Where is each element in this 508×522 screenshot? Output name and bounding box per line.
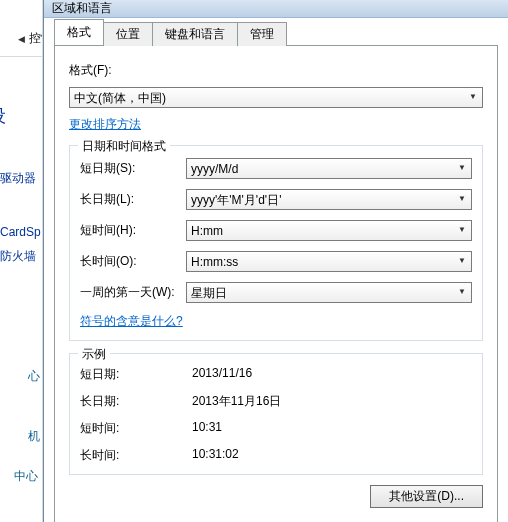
- format-label: 格式(F):: [69, 62, 483, 79]
- ex-long-date-label: 长日期:: [80, 393, 192, 410]
- dialog-title: 区域和语言: [44, 0, 508, 18]
- ex-long-date-value: 2013年11月16日: [192, 393, 472, 410]
- ex-short-time-value: 10:31: [192, 420, 472, 437]
- tab-panel-format: 格式(F): 中文(简体，中国) 更改排序方法 日期和时间格式 短日期(S): …: [54, 46, 498, 522]
- ex-short-date-label: 短日期:: [80, 366, 192, 383]
- region-language-dialog: 区域和语言 格式 位置 键盘和语言 管理 格式(F): 中文(简体，中国) 更改…: [43, 0, 508, 522]
- ex-long-time-label: 长时间:: [80, 447, 192, 464]
- group-example: 示例 短日期: 2013/11/16 长日期: 2013年11月16日 短时间:…: [69, 353, 483, 475]
- short-time-label: 短时间(H):: [80, 222, 186, 239]
- sidebar-link-firewall[interactable]: 防火墙: [0, 248, 36, 265]
- change-sort-link[interactable]: 更改排序方法: [69, 117, 141, 131]
- tab-admin[interactable]: 管理: [237, 22, 287, 46]
- long-date-label: 长日期(L):: [80, 191, 186, 208]
- breadcrumb[interactable]: 控制: [18, 30, 43, 47]
- first-day-select[interactable]: 星期日: [186, 282, 472, 303]
- tab-format[interactable]: 格式: [54, 19, 104, 45]
- group-example-legend: 示例: [78, 346, 110, 363]
- first-day-label: 一周的第一天(W):: [80, 284, 186, 301]
- short-time-select[interactable]: H:mm: [186, 220, 472, 241]
- ex-short-date-value: 2013/11/16: [192, 366, 472, 383]
- tab-strip: 格式 位置 键盘和语言 管理: [54, 24, 498, 46]
- notation-meaning-link[interactable]: 符号的含意是什么?: [80, 314, 183, 328]
- ex-short-time-label: 短时间:: [80, 420, 192, 437]
- group-datetime-legend: 日期和时间格式: [78, 138, 170, 155]
- sidebar-link-center1[interactable]: 心: [28, 368, 40, 385]
- tab-location[interactable]: 位置: [103, 22, 153, 46]
- long-time-label: 长时间(O):: [80, 253, 186, 270]
- ex-long-time-value: 10:31:02: [192, 447, 472, 464]
- sidebar-link-center2[interactable]: 中心: [14, 468, 38, 485]
- control-panel-sidebar: 控制 的设 驱动器 CardSp 防火墙 心 机 中心: [0, 0, 43, 522]
- long-time-select[interactable]: H:mm:ss: [186, 251, 472, 272]
- format-select[interactable]: 中文(简体，中国): [69, 87, 483, 108]
- sidebar-link-cardspace[interactable]: CardSp: [0, 225, 41, 239]
- sidebar-link-drives[interactable]: 驱动器: [0, 170, 36, 187]
- sidebar-link-machine[interactable]: 机: [28, 428, 40, 445]
- page-title: 的设: [0, 104, 6, 128]
- other-settings-button[interactable]: 其他设置(D)...: [370, 485, 483, 508]
- group-datetime-format: 日期和时间格式 短日期(S): yyyy/M/d 长日期(L): yyyy'年'…: [69, 145, 483, 341]
- tab-keyboard-language[interactable]: 键盘和语言: [152, 22, 238, 46]
- short-date-label: 短日期(S):: [80, 160, 186, 177]
- short-date-select[interactable]: yyyy/M/d: [186, 158, 472, 179]
- long-date-select[interactable]: yyyy'年'M'月'd'日': [186, 189, 472, 210]
